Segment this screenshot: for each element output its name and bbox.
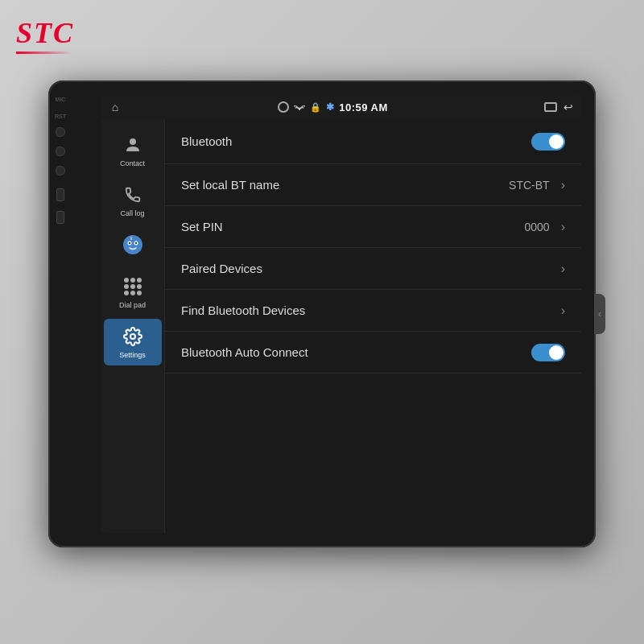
status-bar-left: ⌂ (109, 101, 122, 114)
svg-point-1 (123, 235, 142, 254)
svg-point-4 (128, 242, 130, 244)
sidebar-item-calllog[interactable]: Call log (104, 177, 162, 224)
stc-logo-area: STC (16, 16, 74, 54)
local-bt-name-chevron: › (561, 178, 565, 192)
paired-devices-chevron: › (561, 262, 565, 276)
bluetooth-settings: Bluetooth Set local BT name STC-BT › (165, 119, 581, 374)
local-bt-name-right: STC-BT › (509, 178, 565, 192)
sidebar-item-dialpad[interactable]: Dial pad (104, 269, 162, 316)
stc-logo: STC (16, 16, 74, 50)
bluetooth-toggle[interactable] (531, 133, 565, 151)
rst-label: RST (55, 114, 66, 119)
contact-icon (122, 134, 144, 156)
sidebar-dialpad-label: Dial pad (119, 301, 146, 309)
sidebar-item-ai[interactable] (104, 227, 162, 266)
sidebar-item-contact[interactable]: Contact (104, 127, 162, 174)
scroll-handle[interactable] (594, 294, 605, 334)
home-hw-button[interactable] (56, 147, 65, 156)
svg-point-7 (130, 237, 132, 239)
svg-point-0 (130, 138, 136, 145)
stc-logo-text: STC (16, 17, 74, 49)
local-bt-name-row[interactable]: Set local BT name STC-BT › (165, 164, 581, 206)
sidebar-settings-label: Settings (119, 351, 146, 359)
find-bluetooth-right: › (561, 303, 565, 318)
auto-connect-toggle[interactable] (531, 344, 565, 361)
set-pin-right: 0000 › (525, 220, 565, 234)
bluetooth-main-row[interactable]: Bluetooth (165, 119, 581, 164)
settings-panel: Bluetooth Set local BT name STC-BT › (165, 119, 581, 533)
home-sw-icon[interactable]: ⌂ (109, 101, 122, 114)
robot-icon (122, 233, 144, 256)
lock-icon: 🔒 (310, 102, 321, 113)
status-bar: ⌂ 🔒 ✱ 10:59 AM ↩ (101, 95, 581, 119)
bluetooth-toggle-knob (549, 134, 564, 149)
paired-devices-row[interactable]: Paired Devices › (165, 248, 581, 290)
sidebar-item-settings[interactable]: Settings (104, 319, 162, 365)
svg-point-8 (130, 334, 135, 339)
main-content: Contact Call log (101, 119, 581, 533)
set-pin-value: 0000 (525, 221, 550, 233)
local-bt-name-label: Set local BT name (181, 178, 279, 192)
bluetooth-status-icon: ✱ (326, 101, 334, 113)
auto-connect-row[interactable]: Bluetooth Auto Connect (165, 332, 581, 374)
status-time: 10:59 AM (339, 101, 388, 114)
find-bluetooth-chevron: › (561, 303, 565, 318)
wifi-icon (294, 101, 305, 114)
paired-devices-right: › (561, 262, 565, 276)
sidebar: Contact Call log (101, 119, 165, 533)
paired-devices-label: Paired Devices (181, 262, 262, 275)
bluetooth-main-label: Bluetooth (181, 134, 232, 148)
recent-apps-icon[interactable] (544, 102, 557, 112)
sidebar-calllog-label: Call log (120, 209, 144, 217)
gps-icon (278, 101, 289, 113)
dialpad-icon (122, 275, 144, 298)
back-hw-button[interactable] (56, 166, 65, 175)
power-button[interactable] (56, 127, 65, 137)
find-bluetooth-row[interactable]: Find Bluetooth Devices › (165, 290, 581, 332)
local-bt-name-value: STC-BT (509, 179, 550, 192)
status-bar-right: ↩ (544, 101, 573, 114)
screen: ⌂ 🔒 ✱ 10:59 AM ↩ (101, 95, 581, 533)
mic-label: MIC (56, 97, 66, 102)
set-pin-chevron: › (561, 220, 565, 234)
svg-point-5 (134, 242, 136, 244)
status-bar-center: 🔒 ✱ 10:59 AM (278, 101, 388, 114)
calllog-icon (122, 184, 144, 206)
back-sw-icon[interactable]: ↩ (564, 101, 573, 114)
set-pin-row[interactable]: Set PIN 0000 › (165, 206, 581, 248)
device-frame: MIC RST ⌂ (48, 80, 596, 547)
find-bluetooth-label: Find Bluetooth Devices (181, 303, 305, 317)
settings-icon (122, 325, 144, 348)
auto-connect-label: Bluetooth Auto Connect (181, 345, 308, 359)
vol-down-button[interactable] (56, 211, 64, 224)
auto-connect-toggle-knob (549, 345, 564, 360)
vol-up-button[interactable] (56, 188, 64, 201)
set-pin-label: Set PIN (181, 220, 223, 233)
sidebar-contact-label: Contact (120, 159, 145, 167)
